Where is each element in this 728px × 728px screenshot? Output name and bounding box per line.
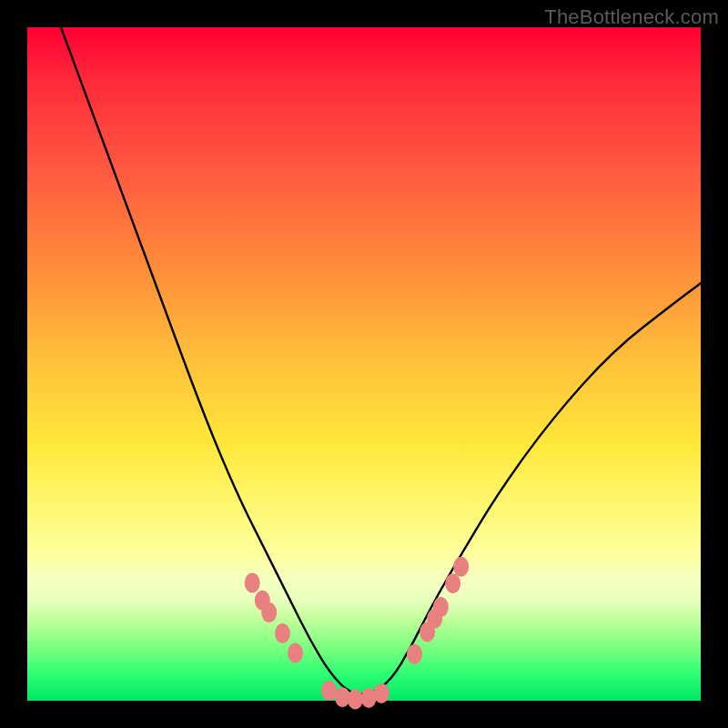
curve-marker bbox=[245, 573, 260, 593]
bottleneck-curve bbox=[61, 27, 701, 694]
curve-marker bbox=[407, 644, 422, 664]
curve-marker bbox=[288, 643, 303, 663]
watermark-text: TheBottleneck.com bbox=[544, 5, 719, 29]
curve-marker bbox=[374, 683, 389, 703]
curve-markers bbox=[245, 557, 469, 710]
curve-marker bbox=[275, 623, 290, 643]
curve-marker bbox=[261, 602, 277, 622]
curve-layer bbox=[27, 27, 701, 701]
curve-marker bbox=[453, 557, 469, 577]
curve-marker bbox=[433, 597, 449, 617]
curve-marker bbox=[348, 690, 363, 710]
chart-frame: TheBottleneck.com bbox=[0, 0, 728, 728]
curve-marker bbox=[445, 573, 460, 593]
curve-marker bbox=[321, 681, 337, 701]
plot-area bbox=[27, 27, 701, 701]
